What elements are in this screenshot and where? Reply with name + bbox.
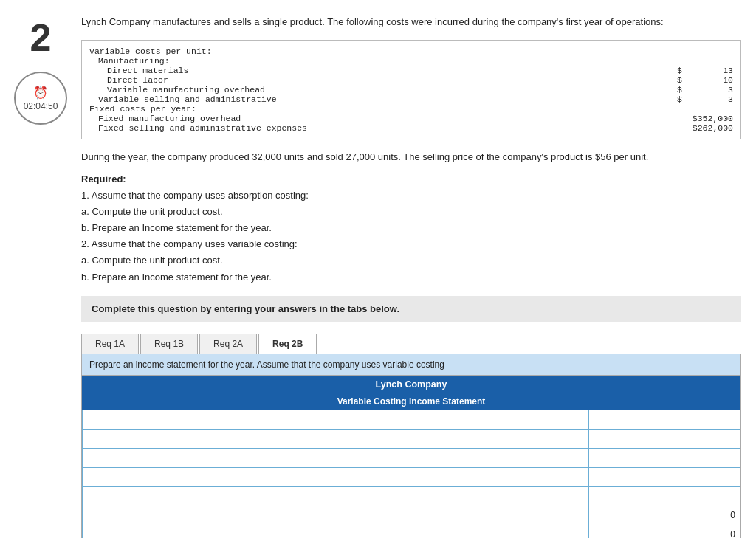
table-row: 0	[83, 506, 740, 525]
req-item-2b: b. Prepare an Income statement for the y…	[81, 272, 272, 283]
cost-label-vsa: Variable selling and administrative	[98, 94, 277, 104]
req-item-2: 2. Assume that the company uses variable…	[81, 238, 298, 249]
row3-label[interactable]	[87, 452, 439, 463]
income-table: 0 0	[82, 410, 740, 538]
cost-label-dl: Direct labor	[107, 75, 168, 85]
narrative-text: During the year, the company produced 32…	[81, 150, 741, 165]
row6-col1[interactable]	[449, 510, 584, 520]
row5-label[interactable]	[87, 491, 439, 501]
cost-label-vmoh: Variable manufacturing overhead	[107, 85, 265, 94]
question-number: 2	[30, 15, 52, 57]
row5-col2[interactable]	[594, 491, 735, 501]
table-row	[83, 467, 740, 486]
timer-icon: ⏰	[33, 86, 48, 100]
req-item-2a: a. Compute the unit product cost.	[81, 255, 223, 266]
cost-label-mfg: Manufacturing:	[98, 56, 170, 66]
timer-badge: ⏰ 02:04:50	[14, 72, 67, 125]
row7-col2-value: 0	[730, 529, 735, 538]
cost-table: Variable costs per unit: Manufacturing: …	[81, 40, 741, 139]
row4-label[interactable]	[87, 472, 439, 482]
tab-req2b[interactable]: Req 2B	[258, 334, 317, 354]
row7-label[interactable]	[87, 529, 439, 538]
table-row	[83, 486, 740, 506]
table-row: 0	[83, 525, 740, 538]
row4-col2[interactable]	[594, 472, 735, 482]
income-table-title: Lynch Company	[82, 376, 740, 393]
row3-col2[interactable]	[594, 452, 735, 463]
required-section: Required: 1. Assume that the company use…	[81, 171, 741, 286]
table-row	[83, 448, 740, 467]
row2-col1[interactable]	[449, 433, 584, 444]
cost-label-dm: Direct materials	[107, 66, 188, 75]
question-intro: Lynch Company manufactures and sells a s…	[81, 15, 741, 30]
req-item-1: 1. Assume that the company uses absorpti…	[81, 190, 309, 201]
cost-label-fmoh: Fixed manufacturing overhead	[98, 114, 241, 123]
timer-value: 02:04:50	[24, 101, 58, 111]
row7-col1[interactable]	[449, 529, 584, 538]
row1-label[interactable]	[87, 414, 439, 424]
row2-col2[interactable]	[594, 433, 735, 444]
cost-label-fsa: Fixed selling and administrative expense…	[98, 123, 307, 133]
income-table-subtitle: Variable Costing Income Statement	[82, 393, 740, 410]
tabs-row: Req 1A Req 1B Req 2A Req 2B	[81, 334, 741, 354]
cost-label-fixed: Fixed costs per year:	[89, 104, 196, 114]
row6-label[interactable]	[87, 510, 439, 520]
row2-label[interactable]	[87, 433, 439, 444]
required-label: Required:	[81, 173, 126, 184]
table-row	[83, 429, 740, 448]
row1-col1[interactable]	[449, 414, 584, 424]
tab-req2a[interactable]: Req 2A	[199, 334, 257, 354]
row4-col1[interactable]	[449, 472, 584, 482]
tab-content-area: Prepare an income statement for the year…	[81, 354, 741, 538]
income-table-wrapper: Lynch Company Variable Costing Income St…	[82, 376, 740, 538]
row1-col2[interactable]	[594, 414, 735, 424]
cost-label-var: Variable costs per unit:	[89, 46, 212, 56]
tab-req1b[interactable]: Req 1B	[140, 334, 198, 354]
req-item-1a: a. Compute the unit product cost.	[81, 206, 223, 217]
row3-col1[interactable]	[449, 452, 584, 463]
row6-col2-value: 0	[730, 510, 735, 520]
req-item-1b: b. Prepare an Income statement for the y…	[81, 222, 272, 233]
instruction-box: Complete this question by entering your …	[81, 296, 741, 322]
tab-req1a[interactable]: Req 1A	[81, 334, 139, 354]
tab-header-bar: Prepare an income statement for the year…	[82, 354, 740, 376]
table-row	[83, 410, 740, 429]
row5-col1[interactable]	[449, 491, 584, 501]
